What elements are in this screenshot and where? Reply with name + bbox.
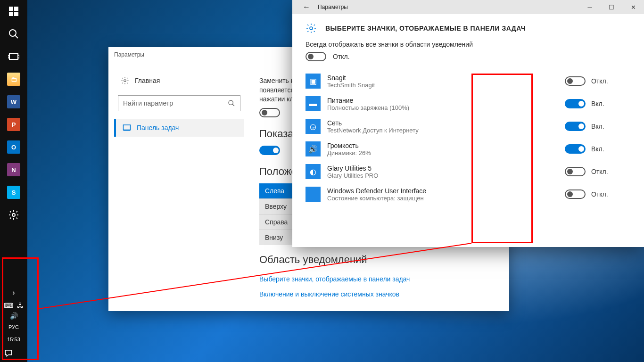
svg-point-11 <box>229 100 233 105</box>
svg-rect-0 <box>9 7 13 11</box>
icon-toggle[interactable] <box>565 76 586 86</box>
search-button[interactable] <box>2 23 25 45</box>
system-tray: › ⌨ 🖧 🔊 РУС 15:53 <box>4 284 24 362</box>
close-button[interactable]: ✕ <box>622 0 644 14</box>
always-show-toggle[interactable] <box>305 52 326 61</box>
taskbar-app-word[interactable]: W <box>2 90 25 113</box>
windows-icon <box>8 6 19 17</box>
home-nav[interactable]: Главная <box>114 72 244 90</box>
word-icon: W <box>7 95 20 108</box>
notification-area-heading: Область уведомлений <box>259 254 500 266</box>
minimize-button[interactable]: ─ <box>579 0 601 14</box>
app-icon: ▬ <box>305 96 321 111</box>
svg-rect-13 <box>124 125 131 130</box>
toggle-state: Вкл. <box>591 100 604 107</box>
taskbar-app-skype[interactable]: S <box>2 181 25 204</box>
search-icon <box>228 99 235 107</box>
toggle-state: Откл. <box>591 190 608 198</box>
taskbar-icon <box>123 123 131 132</box>
maximize-button[interactable]: ☐ <box>601 0 622 14</box>
icon-row: Windows Defender User Interface Состояни… <box>305 183 631 206</box>
system-icons-link[interactable]: Включение и выключение системных значков <box>259 287 500 302</box>
svg-rect-2 <box>9 12 13 16</box>
nav-taskbar-label: Панель задач <box>137 124 179 132</box>
select-icons-link[interactable]: Выберите значки, отображаемые в панели з… <box>259 272 500 287</box>
gear-icon <box>305 23 317 34</box>
home-label: Главная <box>135 77 160 84</box>
app-desc: TestNetwork Доступ к Интернету <box>327 127 565 134</box>
svg-line-12 <box>232 104 234 106</box>
tray-overflow[interactable]: › <box>4 287 23 299</box>
notification-icon <box>4 349 13 357</box>
taskview-icon <box>8 51 19 62</box>
badges-toggle[interactable] <box>259 146 280 155</box>
svg-rect-6 <box>9 54 18 59</box>
settings-app-button[interactable] <box>2 204 25 226</box>
app-icon: 🔊 <box>305 141 321 156</box>
page-title: ВЫБЕРИТЕ ЗНАЧКИ, ОТОБРАЖАЕМЫЕ В ПАНЕЛИ З… <box>325 25 526 32</box>
folder-icon: 🗀 <box>7 73 20 86</box>
nav-taskbar[interactable]: Панель задач <box>114 119 244 137</box>
network-tray-icon[interactable]: 🖧 <box>17 302 24 309</box>
icon-row: ◶ Сеть TestNetwork Доступ к Интернету Вк… <box>305 115 631 138</box>
svg-point-4 <box>9 30 16 36</box>
toggle-state: Вкл. <box>591 145 604 153</box>
app-name: Сеть <box>327 119 565 127</box>
icon-row: ▬ Питание Полностью заряжена (100%) Вкл. <box>305 92 631 115</box>
skype-icon: S <box>7 186 20 199</box>
always-show-state: Откл. <box>333 53 350 60</box>
search-input[interactable]: Найти параметр <box>118 95 240 111</box>
app-name: Питание <box>327 97 565 104</box>
volume-tray-icon[interactable]: 🔊 <box>10 312 18 320</box>
svg-point-15 <box>310 27 313 30</box>
icon-toggle[interactable] <box>565 167 586 176</box>
app-name: Snagit <box>327 74 565 82</box>
icon-toggle[interactable] <box>565 99 586 108</box>
explorer-button[interactable]: 🗀 <box>2 68 25 90</box>
window-title: Параметры <box>316 4 579 10</box>
svg-rect-8 <box>18 55 19 58</box>
icon-toggle[interactable] <box>565 189 586 199</box>
onenote-icon: N <box>7 163 20 176</box>
app-desc: Динамики: 26% <box>327 149 565 156</box>
app-icon <box>305 187 321 202</box>
svg-rect-1 <box>14 7 18 11</box>
window-titlebar: ← Параметры ─ ☐ ✕ <box>292 0 644 14</box>
svg-point-10 <box>124 80 126 82</box>
icon-toggle[interactable] <box>565 144 586 154</box>
svg-rect-3 <box>14 12 18 16</box>
taskbar-app-outlook[interactable]: O <box>2 136 25 158</box>
powerpoint-icon: P <box>7 118 20 131</box>
settings-window-icons: ← Параметры ─ ☐ ✕ ВЫБЕРИТЕ ЗНАЧКИ, ОТОБР… <box>292 0 644 247</box>
search-placeholder: Найти параметр <box>123 99 173 107</box>
app-desc: Glary Utilities PRO <box>327 172 565 179</box>
svg-line-5 <box>15 35 18 38</box>
app-desc: Состояние компьютера: защищен <box>327 195 565 202</box>
always-show-label: Всегда отображать все значки в области у… <box>305 41 631 48</box>
icon-row: ▣ Snagit TechSmith Snagit Откл. <box>305 70 631 92</box>
svg-rect-7 <box>8 55 9 58</box>
language-indicator[interactable]: РУС <box>4 322 23 332</box>
gear-icon <box>121 76 129 85</box>
toggle-state: Откл. <box>591 77 608 85</box>
app-name: Громкость <box>327 142 565 149</box>
toggle-state: Откл. <box>591 168 608 175</box>
taskbar-app-onenote[interactable]: N <box>2 158 25 181</box>
taskbar: 🗀 WPONS › ⌨ 🖧 🔊 РУС 15:53 <box>0 0 27 362</box>
taskbar-app-powerpoint[interactable]: P <box>2 113 25 136</box>
icon-toggle[interactable] <box>565 122 586 131</box>
keyboard-icon[interactable]: ⌨ <box>4 302 13 309</box>
clock[interactable]: 15:53 <box>4 335 23 344</box>
back-button[interactable]: ← <box>297 3 316 11</box>
app-icon: ▣ <box>305 74 321 89</box>
app-icon: ◶ <box>305 119 321 134</box>
taskview-button[interactable] <box>2 45 25 68</box>
app-desc: TechSmith Snagit <box>327 82 565 89</box>
app-desc: Полностью заряжена (100%) <box>327 104 565 111</box>
toggle-state: Вкл. <box>591 123 604 130</box>
start-button[interactable] <box>2 0 25 23</box>
app-name: Windows Defender User Interface <box>327 187 565 195</box>
replace-cmd-toggle[interactable] <box>259 108 280 117</box>
action-center[interactable] <box>4 347 23 359</box>
svg-point-9 <box>12 214 15 216</box>
